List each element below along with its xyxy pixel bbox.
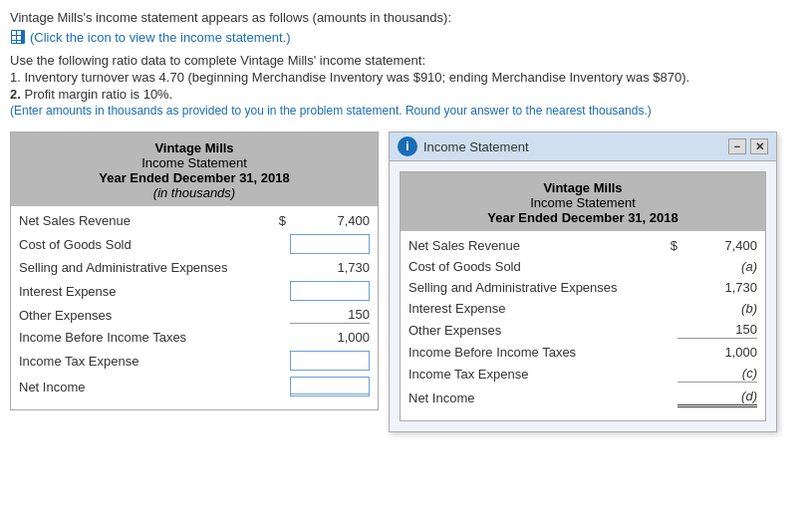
popup-panel: i Income Statement − ✕ Vintage Mills Inc… bbox=[389, 131, 777, 432]
row-interest: Interest Expense bbox=[19, 278, 370, 304]
label-net-sales: Net Sales Revenue bbox=[19, 213, 270, 228]
main-layout: Vintage Mills Income Statement Year Ende… bbox=[10, 131, 802, 432]
popup-value-net-sales: 7,400 bbox=[677, 238, 757, 253]
row-cogs: Cost of Goods Sold bbox=[19, 231, 370, 257]
label-income-before: Income Before Income Taxes bbox=[19, 330, 270, 345]
input-net-income[interactable] bbox=[290, 377, 370, 396]
label-cogs: Cost of Goods Sold bbox=[19, 237, 270, 252]
svg-rect-3 bbox=[12, 36, 16, 40]
left-subtitle: (in thousands) bbox=[15, 185, 374, 200]
row-net-income: Net Income bbox=[19, 374, 370, 399]
popup-row-net-income: Net Income (d) bbox=[408, 386, 757, 410]
popup-body: Vintage Mills Income Statement Year Ende… bbox=[390, 161, 776, 431]
point1: 1. Inventory turnover was 4.70 (beginnin… bbox=[10, 70, 802, 85]
popup-value-income-before: 1,000 bbox=[677, 345, 757, 360]
left-company-name: Vintage Mills bbox=[15, 140, 374, 155]
label-net-income: Net Income bbox=[19, 380, 270, 394]
svg-rect-5 bbox=[12, 41, 16, 43]
close-button[interactable]: ✕ bbox=[750, 138, 768, 154]
popup-inner-header: Vintage Mills Income Statement Year Ende… bbox=[401, 172, 765, 231]
svg-rect-1 bbox=[12, 31, 16, 35]
value-cogs bbox=[270, 234, 370, 254]
svg-rect-6 bbox=[17, 41, 21, 43]
popup-row-other: Other Expenses 150 bbox=[408, 319, 757, 342]
popup-row-cogs: Cost of Goods Sold (a) bbox=[408, 256, 757, 277]
note-text: (Enter amounts in thousands as provided … bbox=[10, 104, 802, 118]
left-income-panel: Vintage Mills Income Statement Year Ende… bbox=[10, 131, 379, 410]
popup-label-selling: Selling and Administrative Expenses bbox=[408, 280, 677, 295]
popup-value-income-tax: (c) bbox=[677, 366, 757, 383]
row-net-sales: Net Sales Revenue $ 7,400 bbox=[19, 210, 370, 231]
label-other-expenses: Other Expenses bbox=[19, 308, 270, 323]
row-income-tax: Income Tax Expense bbox=[19, 348, 370, 374]
svg-rect-4 bbox=[17, 36, 21, 40]
popup-period: Year Ended December 31, 2018 bbox=[405, 210, 761, 225]
popup-dollar-net-sales: $ bbox=[598, 238, 677, 253]
dollar-net-sales: $ bbox=[279, 213, 286, 228]
value-interest bbox=[270, 281, 370, 301]
icon-link-label: (Click the icon to view the income state… bbox=[30, 30, 291, 45]
popup-label-income-before: Income Before Income Taxes bbox=[408, 345, 677, 360]
popup-label-interest: Interest Expense bbox=[408, 301, 677, 316]
popup-label-income-tax: Income Tax Expense bbox=[408, 367, 677, 382]
intro-line1: Vintage Mills's income statement appears… bbox=[10, 10, 802, 25]
row-selling: Selling and Administrative Expenses 1,73… bbox=[19, 257, 370, 278]
popup-title: Income Statement bbox=[423, 139, 529, 154]
instruction-header: Use the following ratio data to complete… bbox=[10, 53, 802, 68]
popup-row-net-sales: Net Sales Revenue $ 7,400 bbox=[408, 235, 757, 256]
popup-label-net-income: Net Income bbox=[408, 391, 677, 405]
value-net-sales: $ 7,400 bbox=[270, 213, 370, 228]
popup-value-other: 150 bbox=[677, 322, 757, 339]
popup-label-other: Other Expenses bbox=[408, 323, 677, 338]
view-statement-link[interactable]: (Click the icon to view the income state… bbox=[10, 29, 802, 45]
static-selling: 1,730 bbox=[290, 260, 370, 275]
popup-inner-body: Net Sales Revenue $ 7,400 Cost of Goods … bbox=[401, 231, 765, 420]
static-other-expenses: 150 bbox=[290, 307, 370, 324]
popup-value-selling: 1,730 bbox=[677, 280, 757, 295]
popup-label-cogs: Cost of Goods Sold bbox=[408, 259, 677, 274]
info-icon: i bbox=[398, 136, 417, 156]
popup-inner: Vintage Mills Income Statement Year Ende… bbox=[400, 171, 766, 421]
input-interest[interactable] bbox=[290, 281, 370, 301]
static-net-sales: 7,400 bbox=[290, 213, 370, 228]
left-period: Year Ended December 31, 2018 bbox=[15, 170, 374, 185]
popup-header-left: i Income Statement bbox=[398, 136, 529, 156]
label-income-tax: Income Tax Expense bbox=[19, 354, 270, 369]
popup-company-name: Vintage Mills bbox=[405, 180, 761, 195]
row-other-expenses: Other Expenses 150 bbox=[19, 304, 370, 327]
popup-row-income-before: Income Before Income Taxes 1,000 bbox=[408, 342, 757, 363]
minimize-button[interactable]: − bbox=[728, 138, 746, 154]
popup-statement-title: Income Statement bbox=[405, 195, 761, 210]
input-cogs[interactable] bbox=[290, 234, 370, 254]
popup-controls: − ✕ bbox=[728, 138, 768, 154]
input-income-tax[interactable] bbox=[290, 351, 370, 371]
popup-row-selling: Selling and Administrative Expenses 1,73… bbox=[408, 277, 757, 298]
value-other-expenses: 150 bbox=[270, 307, 370, 324]
popup-label-net-sales: Net Sales Revenue bbox=[408, 238, 598, 253]
value-selling: 1,730 bbox=[270, 260, 370, 275]
popup-value-cogs: (a) bbox=[677, 259, 757, 274]
value-income-tax bbox=[270, 351, 370, 371]
popup-row-income-tax: Income Tax Expense (c) bbox=[408, 363, 757, 386]
table-icon bbox=[10, 29, 26, 45]
label-selling: Selling and Administrative Expenses bbox=[19, 260, 270, 275]
static-income-before: 1,000 bbox=[290, 330, 370, 345]
left-statement-title: Income Statement bbox=[15, 155, 374, 170]
label-interest: Interest Expense bbox=[19, 284, 270, 299]
value-income-before: 1,000 bbox=[270, 330, 370, 345]
left-panel-header: Vintage Mills Income Statement Year Ende… bbox=[11, 132, 378, 206]
popup-row-interest: Interest Expense (b) bbox=[408, 298, 757, 319]
popup-value-interest: (b) bbox=[677, 301, 757, 316]
point2: 2. Profit margin ratio is 10%. bbox=[10, 87, 802, 102]
value-net-income bbox=[270, 377, 370, 396]
left-panel-body: Net Sales Revenue $ 7,400 Cost of Goods … bbox=[11, 206, 378, 409]
popup-value-net-income: (d) bbox=[677, 389, 757, 407]
svg-rect-2 bbox=[17, 31, 21, 35]
row-income-before: Income Before Income Taxes 1,000 bbox=[19, 327, 370, 348]
popup-header: i Income Statement − ✕ bbox=[390, 132, 776, 161]
